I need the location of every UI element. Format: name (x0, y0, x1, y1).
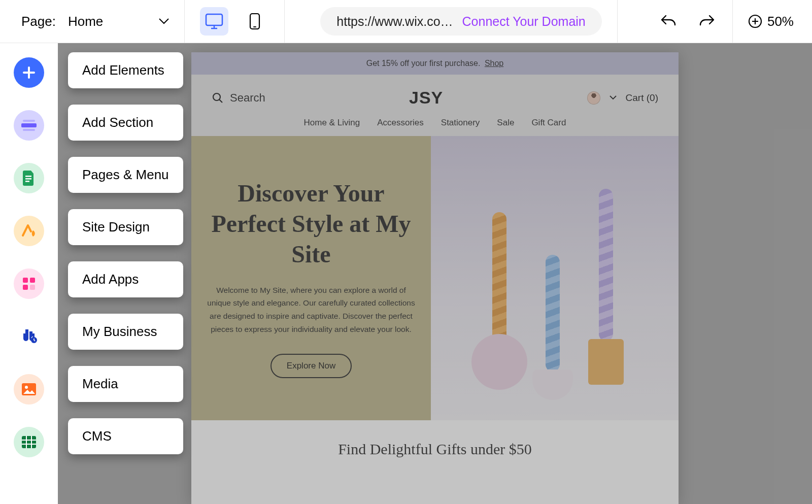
section-gifts-title: Find Delightful Gifts under $50 (338, 441, 532, 457)
tooltip-add-section[interactable]: Add Section (68, 105, 183, 141)
device-switch (200, 7, 269, 36)
svg-rect-11 (30, 278, 35, 283)
site-url: https://www.wix.co… (336, 14, 453, 29)
promo-text: Get 15% off your first purchase. (366, 59, 481, 68)
svg-rect-18 (22, 436, 36, 448)
nav-item[interactable]: Sale (497, 118, 514, 128)
svg-rect-4 (21, 123, 37, 127)
nav-item[interactable]: Gift Card (531, 118, 566, 128)
sidebar-tooltips: Add Elements Add Section Pages & Menu Si… (68, 52, 183, 454)
tooltip-my-business[interactable]: My Business (68, 314, 183, 350)
promo-banner[interactable]: Get 15% off your first purchase. Shop (191, 52, 679, 75)
mobile-icon (249, 13, 260, 30)
site-nav: Home & Living Accessories Stationery Sal… (212, 118, 658, 128)
search-label: Search (230, 91, 265, 105)
nav-item[interactable]: Accessories (377, 118, 424, 128)
section-icon (21, 120, 37, 131)
chevron-down-icon (159, 18, 169, 24)
chevron-down-icon[interactable] (610, 95, 617, 100)
hero-subtitle: Welcome to My Site, where you can explor… (207, 284, 416, 335)
history-group (658, 11, 717, 31)
tooltip-media[interactable]: Media (68, 366, 183, 402)
zoom-plus-icon (748, 14, 762, 28)
svg-rect-5 (23, 120, 35, 122)
divider (732, 0, 733, 43)
tooltip-add-apps[interactable]: Add Apps (68, 261, 183, 297)
hero-cta-button[interactable]: Explore Now (270, 354, 352, 378)
candle-decoration (588, 189, 624, 385)
connect-domain-link[interactable]: Connect Your Domain (462, 14, 586, 29)
rail-my-business[interactable] (14, 321, 44, 352)
tooltip-add-elements[interactable]: Add Elements (68, 52, 183, 88)
avatar[interactable] (587, 91, 600, 105)
page-label: Page: (21, 14, 56, 29)
tooltip-cms[interactable]: CMS (68, 418, 183, 454)
search-button[interactable]: Search (212, 91, 265, 105)
design-icon (21, 223, 37, 239)
cms-icon (21, 435, 37, 449)
url-bar[interactable]: https://www.wix.co… Connect Your Domain (320, 7, 601, 36)
svg-point-19 (213, 93, 220, 100)
tooltip-site-design[interactable]: Site Design (68, 209, 183, 245)
promo-link[interactable]: Shop (485, 59, 503, 68)
hero-title: Discover Your Perfect Style at My Site (207, 178, 416, 270)
svg-point-17 (25, 386, 28, 389)
rail-add-elements[interactable] (14, 57, 44, 88)
search-icon (212, 92, 224, 104)
business-icon (20, 328, 38, 345)
zoom-control[interactable]: 50% (748, 14, 794, 29)
page-value: Home (68, 14, 103, 29)
nav-item[interactable]: Stationery (441, 118, 480, 128)
redo-icon (698, 14, 716, 29)
zoom-value: 50% (767, 14, 794, 29)
redo-button[interactable] (697, 11, 717, 31)
page-icon (23, 171, 35, 186)
svg-rect-7 (25, 176, 31, 177)
desktop-icon (205, 13, 223, 29)
hero-image (431, 136, 679, 420)
rail-add-section[interactable] (14, 110, 44, 141)
sidebar-rail (0, 43, 58, 504)
undo-button[interactable] (658, 11, 679, 31)
plus-icon (22, 65, 36, 80)
editor-topbar: Page: Home https://www.wix.co… Connect Y… (0, 0, 812, 43)
svg-rect-6 (23, 129, 35, 131)
rail-site-design[interactable] (14, 216, 44, 246)
svg-rect-0 (206, 14, 222, 25)
divider (284, 0, 285, 43)
svg-rect-12 (23, 285, 28, 290)
candle-decoration (471, 212, 527, 390)
mobile-view-button[interactable] (241, 7, 269, 36)
rail-media[interactable] (14, 374, 44, 405)
site-preview[interactable]: Get 15% off your first purchase. Shop Se… (191, 52, 679, 504)
page-selector-group: Page: Home (0, 0, 169, 43)
svg-rect-10 (23, 278, 28, 283)
page-dropdown[interactable]: Home (68, 14, 169, 29)
rail-cms[interactable] (14, 427, 44, 457)
section-gifts[interactable]: Find Delightful Gifts under $50 (191, 420, 679, 478)
svg-rect-13 (30, 285, 35, 290)
divider (184, 0, 185, 43)
media-icon (21, 383, 37, 396)
rail-pages-menu[interactable] (14, 163, 44, 193)
svg-rect-9 (25, 181, 29, 182)
site-logo[interactable]: JSY (409, 88, 443, 108)
hero-section[interactable]: Discover Your Perfect Style at My Site W… (191, 136, 679, 420)
desktop-view-button[interactable] (200, 7, 228, 36)
cart-link[interactable]: Cart (0) (626, 92, 658, 104)
svg-rect-2 (253, 26, 256, 27)
divider (617, 0, 618, 43)
workspace: Add Elements Add Section Pages & Menu Si… (0, 43, 812, 504)
site-header: Search JSY Cart (0) Home & Living Access… (191, 75, 679, 136)
rail-add-apps[interactable] (14, 268, 44, 299)
undo-icon (660, 14, 677, 29)
svg-rect-8 (25, 178, 31, 180)
candle-decoration (532, 255, 573, 400)
tooltip-pages-menu[interactable]: Pages & Menu (68, 157, 183, 193)
apps-icon (22, 277, 36, 291)
header-right: Cart (0) (587, 91, 658, 105)
hero-left: Discover Your Perfect Style at My Site W… (191, 136, 431, 420)
nav-item[interactable]: Home & Living (304, 118, 360, 128)
